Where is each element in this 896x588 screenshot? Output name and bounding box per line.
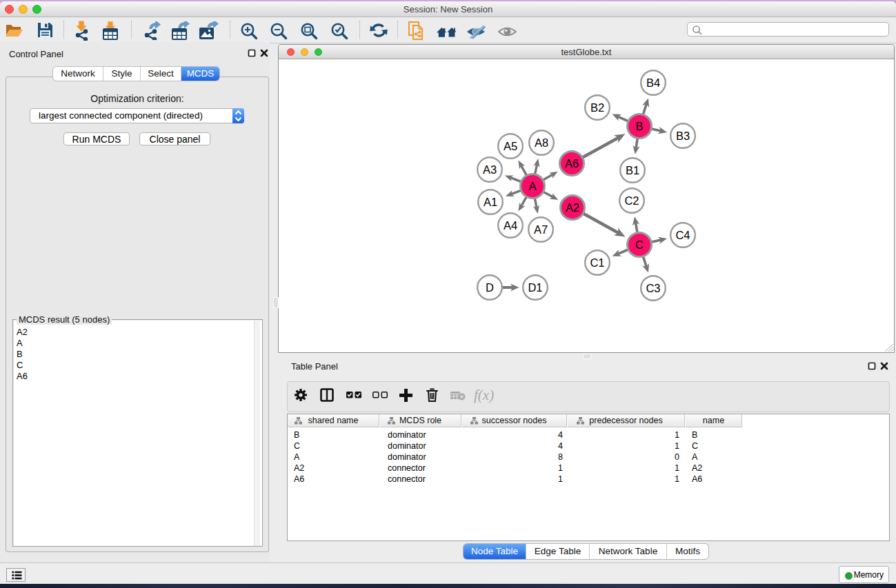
svg-text:D1: D1	[528, 281, 542, 294]
svg-text:B: B	[635, 120, 643, 132]
svg-text:A5: A5	[504, 140, 517, 152]
svg-text:C2: C2	[624, 194, 639, 207]
svg-text:B2: B2	[590, 101, 604, 114]
svg-text:D: D	[486, 281, 494, 294]
svg-text:A1: A1	[484, 196, 497, 208]
svg-text:C3: C3	[646, 282, 660, 294]
svg-text:A: A	[528, 180, 536, 192]
svg-text:C: C	[635, 239, 644, 251]
svg-text:A8: A8	[535, 136, 548, 149]
svg-text:A2: A2	[566, 201, 579, 214]
svg-text:B1: B1	[626, 164, 639, 176]
svg-text:C1: C1	[590, 256, 604, 269]
svg-text:B3: B3	[676, 130, 690, 142]
svg-text:A7: A7	[534, 223, 548, 236]
svg-text:A6: A6	[565, 157, 579, 170]
svg-text:C4: C4	[675, 229, 690, 241]
svg-text:B4: B4	[646, 77, 660, 89]
svg-text:A4: A4	[504, 219, 517, 232]
svg-text:A3: A3	[483, 163, 497, 176]
